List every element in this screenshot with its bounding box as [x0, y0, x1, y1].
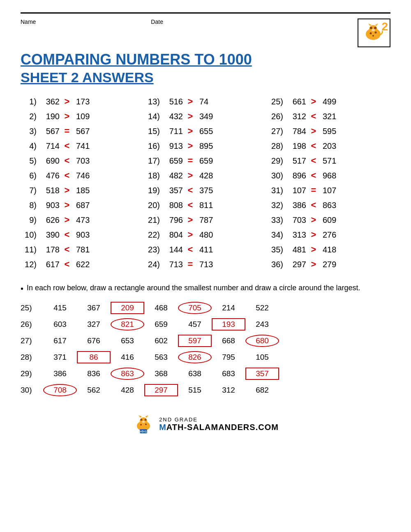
svg-point-16: [145, 423, 147, 425]
num-cell: 371: [43, 353, 77, 362]
comparison-row: 30) 896 < 968: [267, 169, 390, 183]
comp-op: <: [183, 244, 198, 255]
num-cell: 617: [43, 336, 77, 345]
footer-m: M: [159, 423, 166, 432]
comparison-row: 7) 518 > 185: [21, 183, 144, 197]
comp-label: 36): [267, 260, 286, 269]
comp-label: 29): [267, 156, 286, 166]
comp-label: 10): [21, 230, 39, 240]
comp-label: 17): [144, 156, 162, 166]
num-cell: 428: [111, 386, 144, 395]
comp-val1: 482: [162, 171, 183, 180]
comp-val2: 571: [321, 156, 342, 166]
comp-val1: 913: [162, 141, 183, 151]
comp-op: <: [306, 170, 321, 181]
row-label: 28): [21, 353, 43, 362]
comp-val2: 375: [198, 186, 218, 195]
comp-label: 1): [21, 97, 39, 106]
comparison-row: 15) 711 > 655: [144, 124, 267, 138]
comp-op: >: [183, 215, 198, 225]
num-cell-boxed: 297: [144, 384, 178, 396]
comp-val1: 659: [162, 156, 183, 166]
comp-val1: 198: [286, 141, 306, 151]
num-cell: 602: [144, 336, 178, 345]
comparison-row: 34) 313 > 276: [267, 228, 390, 242]
comp-val1: 297: [286, 260, 306, 269]
comp-op: <: [60, 259, 74, 270]
comp-op: <: [60, 170, 74, 181]
comp-label: 12): [21, 260, 39, 269]
svg-point-3: [374, 27, 376, 29]
svg-marker-17: [139, 415, 142, 418]
comp-op: <: [183, 200, 198, 210]
comparison-row: 33) 703 > 609: [267, 213, 390, 227]
comparison-row: 29) 517 < 571: [267, 154, 390, 168]
comparison-row: 23) 144 < 411: [144, 243, 267, 257]
comp-label: 32): [267, 201, 286, 210]
num-cell: 659: [144, 320, 178, 329]
comp-val2: 655: [198, 127, 218, 136]
number-row: 27)617676653602597668680: [21, 335, 390, 347]
comp-label: 35): [267, 245, 286, 254]
comp-op: <: [306, 155, 321, 166]
comp-val1: 107: [286, 186, 306, 195]
num-cell: 668: [212, 336, 245, 345]
num-cell: 562: [77, 386, 111, 395]
comp-val1: 784: [286, 127, 306, 136]
comp-label: 3): [21, 127, 39, 136]
comp-label: 13): [144, 97, 162, 106]
comp-label: 28): [267, 141, 286, 151]
comp-val2: 107: [321, 186, 342, 195]
number-row: 28)37186416563826795105: [21, 351, 390, 363]
num-cell: 368: [144, 369, 178, 378]
comparison-row: 2) 190 > 109: [21, 109, 144, 123]
row-label: 27): [21, 336, 43, 345]
comp-val1: 804: [162, 230, 183, 240]
comparison-row: 35) 481 > 418: [267, 243, 390, 257]
comp-label: 15): [144, 127, 162, 136]
logo-box: 2: [358, 19, 390, 47]
comp-op: =: [306, 185, 321, 196]
comparison-row: 22) 804 > 480: [144, 228, 267, 242]
bullet-text: • In each row below, draw a rectangle ar…: [21, 284, 390, 294]
comp-val1: 903: [39, 201, 60, 210]
comp-label: 19): [144, 186, 162, 195]
comp-val1: 390: [39, 230, 60, 240]
comp-val2: 787: [198, 215, 218, 225]
comp-val1: 432: [162, 112, 183, 121]
svg-point-6: [375, 31, 377, 33]
comp-val2: 903: [74, 230, 95, 240]
comp-val2: 895: [198, 141, 218, 151]
comp-val2: 418: [321, 245, 342, 254]
comp-val2: 321: [321, 112, 342, 121]
comp-val2: 279: [321, 260, 342, 269]
comp-val1: 357: [162, 186, 183, 195]
comp-op: >: [183, 126, 198, 136]
comp-val2: 811: [198, 201, 218, 210]
comp-op: >: [183, 170, 198, 181]
comp-val1: 896: [286, 171, 306, 180]
name-date-fields: Name Date: [21, 19, 163, 25]
comp-val2: 609: [321, 215, 342, 225]
comp-val2: 659: [198, 156, 218, 166]
number-row: 26)603327821659457193243: [21, 318, 390, 331]
comp-op: >: [306, 259, 321, 270]
comp-val1: 190: [39, 112, 60, 121]
row-label: 30): [21, 386, 43, 395]
comparison-row: 10) 390 < 903: [21, 228, 144, 242]
number-row: 25)415367209468705214522: [21, 302, 390, 314]
comparison-row: 5) 690 < 703: [21, 154, 144, 168]
footer-logo-icon: 3×5=15: [132, 413, 155, 435]
comp-label: 24): [144, 260, 162, 269]
footer-site: MATH-SALAMANDERS.COM: [159, 423, 279, 432]
num-cell: 515: [178, 386, 212, 395]
svg-marker-9: [375, 23, 378, 26]
num-cell: 468: [144, 303, 178, 312]
num-cell-boxed: 357: [245, 368, 279, 380]
comp-op: =: [183, 155, 198, 166]
comp-val2: 428: [198, 171, 218, 180]
comp-label: 18): [144, 171, 162, 180]
comp-val1: 703: [286, 215, 306, 225]
comp-label: 30): [267, 171, 286, 180]
comp-op: <: [306, 111, 321, 122]
